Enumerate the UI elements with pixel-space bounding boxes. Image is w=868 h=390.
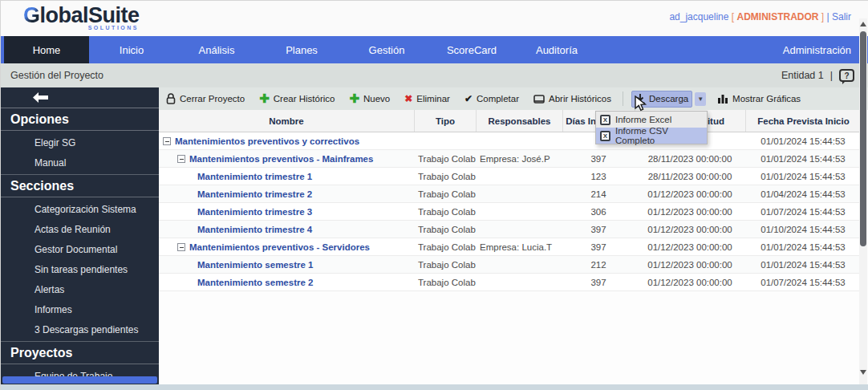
table-row[interactable]: Mantenimiento trimestre 4 Trabajo Colab … — [159, 221, 861, 238]
delete-label: Eliminar — [416, 94, 450, 104]
nav-item-scorecard[interactable]: ScoreCard — [429, 36, 514, 63]
horizontal-scrollbar[interactable] — [1, 384, 868, 390]
open-historics-label: Abrir Históricos — [549, 94, 611, 104]
sidebar-item-sin-tareas-pendientes[interactable]: Sin tareas pendientes — [1, 259, 159, 279]
table-row[interactable]: Mantenimiento semestre 2 Trabajo Colab 3… — [159, 274, 861, 291]
task-name: Mantenimiento semestre 1 — [197, 260, 313, 270]
task-dias: 306 — [562, 203, 635, 220]
table-row[interactable]: Mantenimientos preventivos - Servidores … — [159, 238, 861, 256]
sidebar-header-opciones: Opciones — [1, 108, 159, 131]
collapse-icon[interactable] — [177, 243, 185, 251]
excel-icon — [600, 115, 610, 125]
task-tipo: Trabajo Colab — [414, 185, 476, 202]
sidebar-group-opciones: Opciones Elegir SG Manual — [1, 108, 159, 175]
task-dias: 397 — [562, 221, 635, 238]
table-row[interactable]: Mantenimiento semestre 1 Trabajo Colab 2… — [159, 256, 861, 274]
sidebar-item-descargas-pendientes[interactable]: 3 Descargas pendientes — [1, 319, 159, 339]
task-name: Mantenimientos preventivos - Mainframes — [189, 154, 373, 164]
column-header-nombre[interactable]: Nombre — [159, 110, 414, 132]
sidebar-header-secciones: Secciones — [1, 175, 159, 197]
task-name: Mantenimiento trimestre 1 — [197, 172, 312, 181]
column-header-responsables[interactable]: Responsables — [476, 110, 562, 132]
task-fecha-prevista: 01/07/2024 15:44:53 — [745, 274, 861, 290]
task-fecha-solicitud: 01/12/2023 00:00:00 — [635, 203, 745, 220]
sidebar-item-elegir-sg[interactable]: Elegir SG — [1, 132, 159, 152]
create-historic-button[interactable]: ✚ Crear Histórico — [256, 91, 338, 106]
main-area: Opciones Elegir SG Manual Secciones Cate… — [1, 87, 868, 384]
column-header-fecha-prevista[interactable]: Fecha Prevista Inicio — [745, 110, 861, 132]
delete-button[interactable]: ✖ Eliminar — [401, 91, 453, 107]
table-row[interactable]: Mantenimientos preventivos y correctivos… — [159, 132, 861, 150]
vertical-scrollbar[interactable] — [859, 18, 867, 384]
download-icon — [635, 94, 645, 104]
sidebar-item-manual[interactable]: Manual — [1, 152, 159, 173]
sidebar-item-gestor-documental[interactable]: Gestor Documental — [1, 239, 159, 259]
sidebar-item-informes[interactable]: Informes — [1, 299, 159, 319]
excel-icon — [600, 131, 610, 141]
sidebar-group-secciones: Secciones Categorización Sistema Actas d… — [1, 175, 159, 342]
complete-button[interactable]: ✔ Completar — [461, 91, 522, 107]
column-header-tipo[interactable]: Tipo — [414, 110, 476, 132]
task-dias: 397 — [562, 150, 635, 167]
task-responsables — [476, 185, 562, 202]
nav-item-planes[interactable]: Planes — [259, 36, 344, 63]
download-button[interactable]: Descarga — [631, 91, 692, 108]
new-label: Nuevo — [363, 94, 390, 104]
sidebar-header-proyectos: Proyectos — [1, 342, 159, 364]
open-historics-button[interactable]: Abrir Históricos — [530, 91, 614, 106]
task-responsables — [476, 221, 562, 238]
download-label: Descarga — [649, 94, 688, 104]
sidebar-back-button[interactable] — [1, 87, 159, 108]
collapse-icon[interactable] — [177, 155, 185, 163]
entity-label: Entidad 1 — [781, 70, 824, 81]
task-fecha-prevista: 01/01/2024 15:44:53 — [745, 150, 861, 167]
tasks-table: Nombre Tipo Responsables Días Invertidos… — [159, 110, 861, 291]
nav-item-analisis[interactable]: Análisis — [174, 36, 259, 63]
show-charts-button[interactable]: Mostrar Gráficas — [714, 91, 804, 106]
table-row[interactable]: Mantenimiento trimestre 2 Trabajo Colab … — [159, 185, 861, 203]
menu-item-label: Informe CSV Completo — [615, 126, 707, 145]
user-info: ad_jacqueline [ ADMINISTRADOR ] | Salir — [669, 11, 851, 22]
nav-item-home[interactable]: Home — [4, 36, 89, 63]
sidebar-item-alertas[interactable]: Alertas — [1, 279, 159, 299]
table-row[interactable]: Mantenimientos preventivos - Mainframes … — [159, 150, 861, 168]
new-button[interactable]: ✚ Nuevo — [346, 91, 393, 106]
task-name: Mantenimientos preventivos - Servidores — [189, 242, 370, 252]
task-dias: 214 — [562, 185, 635, 202]
collapse-icon[interactable] — [163, 137, 171, 145]
task-responsables — [476, 274, 562, 290]
nav-item-auditoria[interactable]: Auditoría — [514, 36, 599, 63]
close-project-button[interactable]: Cerrar Proyecto — [163, 91, 248, 107]
menu-item-informe-excel[interactable]: Informe Excel — [596, 112, 707, 128]
username-link[interactable]: ad_jacqueline — [669, 11, 728, 22]
task-dias: 397 — [562, 274, 635, 290]
window-icon — [533, 94, 545, 104]
task-tipo: Trabajo Colab — [414, 168, 476, 185]
logo-rest: lobalSuite — [40, 3, 140, 27]
scroll-up-arrow-icon[interactable] — [860, 22, 866, 26]
table-header-row: Nombre Tipo Responsables Días Invertidos… — [159, 110, 861, 132]
task-fecha-solicitud: 28/11/2023 00:00:00 — [635, 168, 745, 185]
show-charts-label: Mostrar Gráficas — [732, 94, 801, 104]
nav-item-administracion[interactable]: Administración — [765, 36, 868, 63]
task-fecha-prevista: 01/01/2024 15:44:53 — [745, 132, 861, 149]
sidebar-item-categorizacion-sistema[interactable]: Categorización Sistema — [1, 199, 159, 219]
table-row[interactable]: Mantenimiento trimestre 1 Trabajo Colab … — [159, 168, 861, 185]
task-name: Mantenimientos preventivos y correctivos — [175, 136, 359, 146]
bar-chart-icon — [717, 94, 728, 104]
help-icon[interactable]: ? — [839, 69, 854, 82]
download-menu: Informe Excel Informe CSV Completo — [595, 111, 708, 144]
table-row[interactable]: Mantenimiento trimestre 3 Trabajo Colab … — [159, 203, 861, 221]
nav-item-inicio[interactable]: Inicio — [89, 36, 174, 63]
task-responsables — [476, 203, 562, 220]
nav-item-gestion[interactable]: Gestión — [344, 36, 429, 63]
sidebar-item-actas-de-reunion[interactable]: Actas de Reunión — [1, 219, 159, 239]
task-fecha-prevista: 01/04/2024 15:44:53 — [745, 185, 861, 202]
scrollbar-thumb[interactable] — [860, 31, 866, 246]
logout-link[interactable]: Salir — [832, 11, 851, 22]
scroll-down-arrow-icon[interactable] — [860, 370, 866, 375]
download-caret-icon[interactable]: ▼ — [695, 92, 706, 106]
menu-item-informe-csv-completo[interactable]: Informe CSV Completo — [596, 128, 707, 144]
task-fecha-prevista: 01/01/2024 15:44:53 — [745, 256, 861, 273]
lock-icon — [166, 93, 176, 104]
